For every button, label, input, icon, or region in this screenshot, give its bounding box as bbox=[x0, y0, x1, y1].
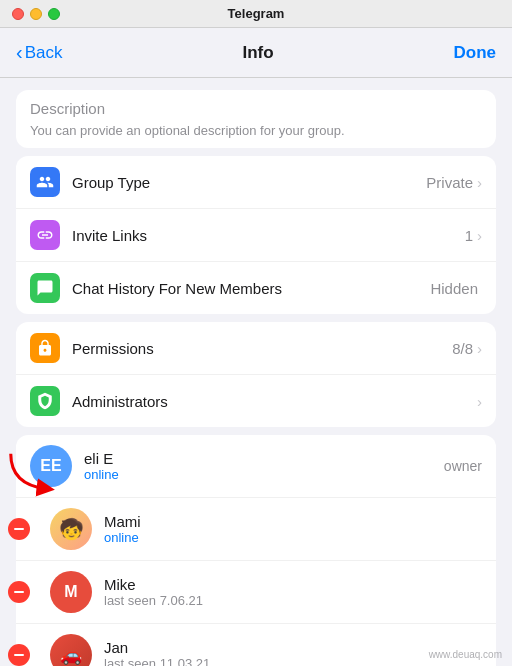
description-placeholder[interactable]: Description bbox=[30, 100, 482, 117]
member-item-eli[interactable]: EE eli E online owner bbox=[16, 435, 496, 498]
page-title: Info bbox=[242, 43, 273, 63]
member-status-eli: online bbox=[84, 467, 444, 482]
nav-bar: ‹ Back Info Done bbox=[0, 28, 512, 78]
group-type-item[interactable]: Group Type Private › bbox=[16, 156, 496, 209]
permissions-icon bbox=[30, 333, 60, 363]
invite-links-item[interactable]: Invite Links 1 › bbox=[16, 209, 496, 262]
member-item-jan[interactable]: 🚗 Jan last seen 11.03.21 bbox=[16, 624, 496, 666]
member-name-mami: Mami bbox=[104, 513, 482, 530]
chat-history-value: Hidden bbox=[430, 280, 478, 297]
group-type-label: Group Type bbox=[72, 174, 426, 191]
member-item-mike[interactable]: M Mike last seen 7.06.21 bbox=[16, 561, 496, 624]
chevron-right-icon: › bbox=[477, 393, 482, 410]
administrators-label: Administrators bbox=[72, 393, 473, 410]
description-hint: You can provide an optional description … bbox=[30, 123, 482, 138]
app-title: Telegram bbox=[228, 6, 285, 21]
member-status-mike: last seen 7.06.21 bbox=[104, 593, 482, 608]
chevron-right-icon: › bbox=[477, 340, 482, 357]
window-controls bbox=[12, 8, 60, 20]
content-area: Description You can provide an optional … bbox=[0, 78, 512, 666]
back-button[interactable]: ‹ Back bbox=[16, 43, 62, 63]
member-name-mike: Mike bbox=[104, 576, 482, 593]
settings-group-2: Permissions 8/8 › Administrators › bbox=[16, 322, 496, 427]
watermark: www.deuaq.com bbox=[429, 649, 502, 660]
invite-links-label: Invite Links bbox=[72, 227, 465, 244]
permissions-item[interactable]: Permissions 8/8 › bbox=[16, 322, 496, 375]
administrators-icon bbox=[30, 386, 60, 416]
avatar-mami: 🧒 bbox=[50, 508, 92, 550]
mami-photo: 🧒 bbox=[50, 508, 92, 550]
close-button[interactable] bbox=[12, 8, 24, 20]
title-bar: Telegram bbox=[0, 0, 512, 28]
invite-links-value: 1 bbox=[465, 227, 473, 244]
member-item-mami[interactable]: 🧒 Mami online bbox=[16, 498, 496, 561]
member-info-jan: Jan last seen 11.03.21 bbox=[104, 639, 482, 666]
avatar-jan: 🚗 bbox=[50, 634, 92, 666]
minimize-button[interactable] bbox=[30, 8, 42, 20]
members-group: EE eli E online owner 🧒 Mami online M Mi… bbox=[16, 435, 496, 666]
remove-mami-button[interactable] bbox=[8, 518, 30, 540]
permissions-value: 8/8 bbox=[452, 340, 473, 357]
jan-photo: 🚗 bbox=[50, 634, 92, 666]
member-info-mike: Mike last seen 7.06.21 bbox=[104, 576, 482, 608]
description-section: Description You can provide an optional … bbox=[16, 90, 496, 148]
member-status-mami: online bbox=[104, 530, 482, 545]
group-type-value: Private bbox=[426, 174, 473, 191]
member-status-jan: last seen 11.03.21 bbox=[104, 656, 482, 666]
member-name-jan: Jan bbox=[104, 639, 482, 656]
back-label: Back bbox=[25, 43, 63, 63]
chevron-left-icon: ‹ bbox=[16, 42, 23, 62]
group-type-icon bbox=[30, 167, 60, 197]
chevron-right-icon: › bbox=[477, 227, 482, 244]
member-name-eli: eli E bbox=[84, 450, 444, 467]
chat-history-icon bbox=[30, 273, 60, 303]
chat-history-label: Chat History For New Members bbox=[72, 280, 430, 297]
chat-history-item[interactable]: Chat History For New Members Hidden bbox=[16, 262, 496, 314]
avatar-mike: M bbox=[50, 571, 92, 613]
settings-group-1: Group Type Private › Invite Links 1 › Ch… bbox=[16, 156, 496, 314]
permissions-label: Permissions bbox=[72, 340, 452, 357]
remove-jan-button[interactable] bbox=[8, 644, 30, 666]
avatar-eli: EE bbox=[30, 445, 72, 487]
maximize-button[interactable] bbox=[48, 8, 60, 20]
chevron-right-icon: › bbox=[477, 174, 482, 191]
administrators-item[interactable]: Administrators › bbox=[16, 375, 496, 427]
member-info-mami: Mami online bbox=[104, 513, 482, 545]
member-role-eli: owner bbox=[444, 458, 482, 474]
invite-links-icon bbox=[30, 220, 60, 250]
member-info-eli: eli E online bbox=[84, 450, 444, 482]
done-button[interactable]: Done bbox=[454, 43, 497, 63]
remove-mike-button[interactable] bbox=[8, 581, 30, 603]
